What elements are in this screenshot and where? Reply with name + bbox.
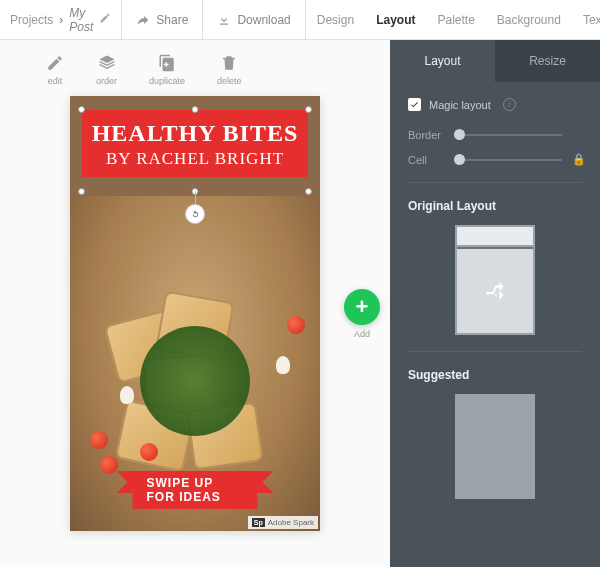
canvas-toolbar: edit order duplicate delete <box>0 50 258 90</box>
title-text: HEALTHY BITES <box>88 120 302 147</box>
tab-text[interactable]: Text <box>572 0 600 39</box>
watermark: Sp Adobe Spark <box>248 516 318 529</box>
tab-layout[interactable]: Layout <box>365 0 426 39</box>
layers-icon <box>98 54 116 72</box>
canvas-wrapper: HEALTHY BITES BY RACHEL BRIGHT SWIPE UP … <box>70 96 320 531</box>
panel-body: Magic layout i Border Cell 🔒 Original La… <box>390 82 600 567</box>
resize-handle-tl[interactable] <box>78 106 85 113</box>
main-area: edit order duplicate delete <box>0 40 600 567</box>
suggested-title: Suggested <box>408 368 582 382</box>
divider <box>408 351 582 352</box>
original-layout-title: Original Layout <box>408 199 582 213</box>
plus-icon: + <box>344 289 380 325</box>
order-label: order <box>96 76 117 86</box>
breadcrumb: Projects › My Post <box>0 0 122 39</box>
info-icon[interactable]: i <box>503 98 516 111</box>
rotate-handle[interactable] <box>185 204 205 224</box>
cell-slider[interactable] <box>454 159 562 161</box>
title-block[interactable]: HEALTHY BITES BY RACHEL BRIGHT <box>82 110 308 177</box>
suggested-layout-thumb[interactable] <box>455 394 535 499</box>
chevron-right-icon: › <box>59 13 63 27</box>
watermark-text: Adobe Spark <box>268 518 314 527</box>
breadcrumb-current[interactable]: My Post <box>69 6 93 34</box>
download-label: Download <box>237 13 290 27</box>
duplicate-icon <box>158 54 176 72</box>
resize-handle-br[interactable] <box>305 188 312 195</box>
delete-tool[interactable]: delete <box>201 50 258 90</box>
download-icon <box>217 13 231 27</box>
lock-icon[interactable]: 🔒 <box>572 153 582 166</box>
share-label: Share <box>156 13 188 27</box>
add-button[interactable]: + Add <box>344 289 380 339</box>
border-slider[interactable] <box>454 134 562 136</box>
edit-tool[interactable]: edit <box>30 50 80 90</box>
resize-handle-tr[interactable] <box>305 106 312 113</box>
panel-tab-layout[interactable]: Layout <box>390 40 495 82</box>
subtitle-text: BY RACHEL BRIGHT <box>88 149 302 169</box>
top-bar: Projects › My Post Share Download Design… <box>0 0 600 40</box>
cell-slider-row: Cell 🔒 <box>408 153 582 166</box>
side-panel: Layout Resize Magic layout i Border Cell… <box>390 40 600 567</box>
share-button[interactable]: Share <box>122 0 203 39</box>
pencil-icon <box>46 54 64 72</box>
share-icon <box>136 13 150 27</box>
add-label: Add <box>354 329 370 339</box>
border-slider-row: Border <box>408 129 582 141</box>
panel-tab-resize[interactable]: Resize <box>495 40 600 82</box>
watermark-badge: Sp <box>252 518 265 527</box>
download-button[interactable]: Download <box>203 0 305 39</box>
resize-handle-bl[interactable] <box>78 188 85 195</box>
order-tool[interactable]: order <box>80 50 133 90</box>
tab-palette[interactable]: Palette <box>426 0 485 39</box>
trash-icon <box>220 54 238 72</box>
duplicate-tool[interactable]: duplicate <box>133 50 201 90</box>
tab-design[interactable]: Design <box>306 0 365 39</box>
border-label: Border <box>408 129 444 141</box>
tab-background[interactable]: Background <box>486 0 572 39</box>
editor-tabs: Design Layout Palette Background Text <box>306 0 600 39</box>
ribbon-banner[interactable]: SWIPE UP FOR IDEAS <box>133 471 258 509</box>
delete-label: delete <box>217 76 242 86</box>
cell-label: Cell <box>408 154 444 166</box>
canvas-area: edit order duplicate delete <box>0 40 390 567</box>
magic-layout-row: Magic layout i <box>408 98 582 111</box>
original-layout-thumb[interactable] <box>455 225 535 335</box>
divider <box>408 182 582 183</box>
edit-label: edit <box>48 76 63 86</box>
design-canvas[interactable]: HEALTHY BITES BY RACHEL BRIGHT SWIPE UP … <box>70 96 320 531</box>
food-illustration <box>90 256 300 451</box>
pencil-icon[interactable] <box>99 12 111 27</box>
rotate-connector <box>195 191 196 205</box>
magic-layout-label: Magic layout <box>429 99 491 111</box>
duplicate-label: duplicate <box>149 76 185 86</box>
shuffle-icon <box>482 278 508 304</box>
magic-layout-checkbox[interactable] <box>408 98 421 111</box>
breadcrumb-root[interactable]: Projects <box>10 13 53 27</box>
panel-tabs: Layout Resize <box>390 40 600 82</box>
resize-handle-tm[interactable] <box>192 106 199 113</box>
